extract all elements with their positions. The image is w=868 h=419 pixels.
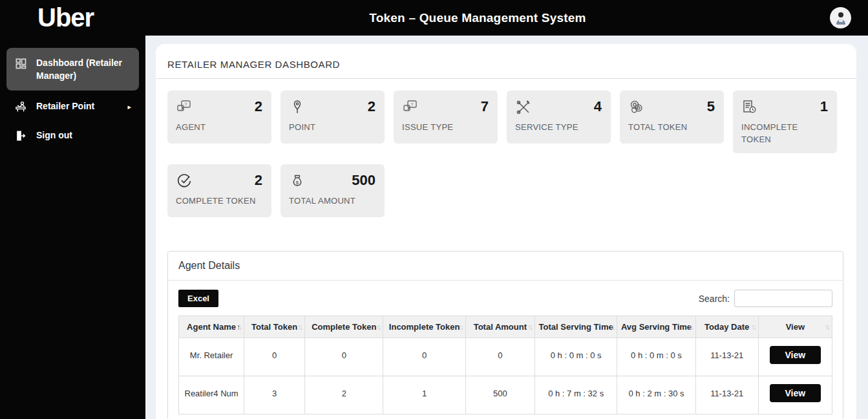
cell-total-serving-time: 0 h : 0 m : 0 s [535, 338, 617, 376]
column-header-agent-name[interactable]: Agent Name ↑↓ [179, 316, 244, 338]
stat-card-incomplete-token: 1 INCOMPLETE TOKEN [733, 91, 837, 153]
stat-label: TOTAL AMOUNT [289, 195, 376, 207]
cell-total-token: 3 [244, 376, 305, 414]
column-header-avg-serving-time[interactable]: Avg Serving Time ↑↓ [617, 316, 695, 338]
cell-total-serving-time: 0 h : 7 m : 32 s [535, 376, 617, 414]
search-container: Search: [699, 290, 832, 307]
sidebar-nav: Dashboard (Retailer Manager) Retailer Po… [0, 48, 145, 149]
agents-table: Agent Name ↑↓ Total Token ↑↓ Complete To… [178, 316, 832, 414]
sidebar-item-label: Dashboard (Retailer Manager) [36, 56, 131, 82]
stat-card-service-type: 4 SERVICE TYPE [507, 91, 611, 144]
sign-out-icon [14, 129, 27, 142]
main-content: RETAILER MANAGER DASHBOARD ? ... [145, 36, 868, 419]
dashboard-card: RETAILER MANAGER DASHBOARD ? ... [156, 44, 856, 419]
cell-avg-serving-time: 0 h : 0 m : 0 s [617, 338, 695, 376]
search-label: Search: [699, 294, 730, 304]
stat-value: 500 [352, 173, 376, 188]
chat-question-icon: ? ... [176, 99, 193, 116]
svg-text:?: ? [411, 102, 414, 107]
sidebar: Uber Dashboard (Retailer Manager) [0, 0, 145, 419]
sort-icon[interactable]: ↑↓ [825, 321, 829, 332]
cell-today-date: 11-13-21 [695, 376, 758, 414]
stat-card-agent: ? ... 2 AGENT [167, 91, 271, 144]
column-header-complete-token[interactable]: Complete Token ↑↓ [305, 316, 383, 338]
cell-view: View [758, 376, 832, 414]
column-header-total-amount[interactable]: Total Amount ↑↓ [465, 316, 535, 338]
user-avatar[interactable] [830, 7, 851, 28]
stat-label: AGENT [176, 121, 262, 133]
stat-label: COMPLETE TOKEN [176, 195, 262, 207]
sort-icon[interactable]: ↑↓ [237, 321, 240, 332]
column-header-total-serving-time[interactable]: Total Serving Time ↑↓ [535, 316, 617, 338]
sort-icon[interactable]: ↑↓ [297, 321, 301, 332]
title-divider [156, 78, 856, 79]
app-title: Token – Queue Management System [87, 0, 868, 36]
stat-value: 2 [368, 99, 376, 114]
stat-card-issue-type: ? ... 7 ISSUE TYPE [394, 91, 498, 144]
column-header-total-token[interactable]: Total Token ↑↓ [244, 316, 305, 338]
chat-question-icon: ? ... [402, 99, 419, 116]
stat-value: 4 [594, 99, 602, 114]
stat-card-complete-token: 2 COMPLETE TOKEN [167, 164, 271, 217]
sidebar-item-sign-out[interactable]: Sign out [6, 122, 139, 149]
check-circle-icon [176, 173, 193, 189]
stat-value: 5 [707, 99, 715, 114]
view-button[interactable]: View [770, 346, 821, 364]
page-title: RETAILER MANAGER DASHBOARD [167, 53, 843, 78]
sidebar-item-dashboard[interactable]: Dashboard (Retailer Manager) [6, 48, 139, 91]
stat-label: SERVICE TYPE [515, 121, 602, 133]
cell-total-amount: 500 [465, 376, 535, 414]
cell-avg-serving-time: 0 h : 2 m : 30 s [617, 376, 695, 414]
coins-icon [628, 99, 645, 116]
sort-icon[interactable]: ↑↓ [609, 321, 613, 332]
stat-label: INCOMPLETE TOKEN [741, 121, 828, 145]
svg-text:...: ... [405, 107, 408, 111]
cell-total-amount: 0 [465, 338, 535, 376]
excel-export-button[interactable]: Excel [178, 290, 218, 307]
cell-agent-name: Mr. Retailer [179, 338, 244, 376]
sort-icon[interactable]: ↑↓ [376, 321, 379, 332]
stat-value: 2 [255, 173, 262, 188]
cell-incomplete-token: 1 [383, 376, 465, 414]
app-window: Token – Queue Management System Uber [0, 0, 868, 419]
cell-agent-name: Reatiler4 Num [179, 376, 244, 414]
table-toolbar: Excel Search: [178, 290, 832, 307]
svg-text:$: $ [296, 180, 299, 186]
column-header-incomplete-token[interactable]: Incomplete Token ↑↓ [383, 316, 465, 338]
stat-cards: ? ... 2 AGENT [167, 91, 843, 217]
agent-details-panel: Agent Details Excel Search: [167, 251, 843, 419]
stat-label: TOTAL TOKEN [628, 121, 715, 133]
sort-icon[interactable]: ↑↓ [458, 321, 462, 332]
stat-label: ISSUE TYPE [402, 121, 489, 133]
search-input[interactable] [734, 290, 832, 307]
stat-value: 7 [481, 99, 489, 114]
sort-icon[interactable]: ↑↓ [751, 321, 755, 332]
avatar-person-icon [833, 10, 849, 26]
table-header-row: Agent Name ↑↓ Total Token ↑↓ Complete To… [179, 316, 832, 338]
tools-icon [515, 99, 532, 116]
money-bag-icon: $ [289, 173, 306, 189]
cell-complete-token: 2 [305, 376, 383, 414]
column-header-view[interactable]: View ↑↓ [758, 316, 832, 338]
stat-value: 1 [820, 99, 828, 114]
stat-label: POINT [289, 121, 376, 133]
stat-card-total-amount: $ 500 TOTAL AMOUNT [281, 164, 385, 217]
sidebar-item-label: Retailer Point [36, 100, 94, 113]
svg-text:?: ? [185, 102, 187, 107]
dashboard-grid-icon [14, 57, 27, 70]
stat-card-total-token: 5 TOTAL TOKEN [620, 91, 724, 144]
sort-icon[interactable]: ↑↓ [688, 321, 692, 332]
svg-text:...: ... [179, 107, 182, 111]
agent-details-body: Excel Search: [168, 281, 843, 419]
point-pin-icon [289, 99, 306, 116]
view-button[interactable]: View [770, 384, 821, 402]
chevron-right-icon: ▸ [127, 100, 131, 113]
column-header-today-date[interactable]: Today Date ↑↓ [695, 316, 758, 338]
retailer-point-icon [14, 100, 27, 113]
sort-icon[interactable]: ↑↓ [527, 321, 531, 332]
document-clock-icon [741, 99, 758, 116]
stat-card-point: 2 POINT [281, 91, 385, 144]
sidebar-item-retailer-point[interactable]: Retailer Point ▸ [6, 93, 139, 120]
uber-logo: Uber [0, 0, 145, 34]
cell-today-date: 11-13-21 [695, 338, 758, 376]
